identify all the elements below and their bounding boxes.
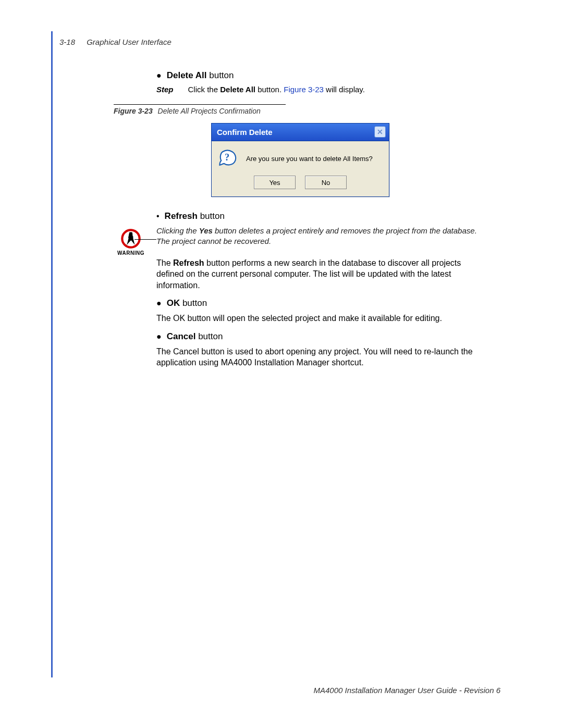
figure-link[interactable]: Figure 3-23 [284, 85, 324, 94]
warning-connector-line [134, 239, 156, 240]
warning-icon-group: WARNING [113, 228, 149, 256]
dialog-message: Are you sure you want to delete All Item… [246, 155, 373, 163]
bullet-dot-icon: • [156, 212, 160, 220]
delete-all-suffix: button [207, 70, 234, 80]
confirm-delete-dialog: Confirm Delete ✕ ? Are you sure you want… [211, 123, 389, 197]
step-text: Click the Delete All button. Figure 3-23… [188, 85, 365, 94]
bullet-dot-icon: ● [156, 71, 162, 80]
bullet-ok: ● OK button [156, 298, 490, 309]
no-button[interactable]: No [305, 176, 347, 189]
ok-label: OK [167, 298, 180, 308]
dialog-body: ? Are you sure you want to delete All It… [212, 141, 389, 172]
page-header: 3-18 Graphical User Interface [59, 38, 172, 46]
bullet-dot-icon: ● [156, 299, 162, 307]
dialog-title-text: Confirm Delete [217, 128, 273, 137]
close-icon: ✕ [377, 128, 383, 135]
dialog-titlebar: Confirm Delete ✕ [212, 124, 389, 141]
yes-button[interactable]: Yes [254, 176, 296, 189]
dialog-button-row: Yes No [212, 172, 389, 196]
confirm-delete-dialog-wrap: Confirm Delete ✕ ? Are you sure you want… [211, 123, 389, 197]
figure-caption-text: Delete All Projects Confirmation [158, 107, 261, 115]
page-footer: MA4000 Installation Manager User Guide -… [313, 686, 500, 695]
delete-all-section: ● Delete All button Step Click the Delet… [156, 70, 500, 102]
step-row: Step Click the Delete All button. Figure… [156, 85, 500, 94]
figure-caption: Figure 3-23 Delete All Projects Confirma… [114, 107, 291, 115]
ok-suffix: button [180, 298, 207, 308]
close-button[interactable]: ✕ [374, 126, 386, 138]
step-label: Step [156, 85, 174, 94]
cancel-label: Cancel [167, 331, 196, 341]
delete-all-label: Delete All [167, 70, 207, 80]
warning-icon [120, 228, 141, 249]
page-number: 3-18 [59, 38, 75, 46]
svg-text:?: ? [225, 152, 229, 163]
figure-caption-area: Figure 3-23 Delete All Projects Confirma… [114, 104, 291, 115]
margin-rule [51, 31, 53, 677]
question-icon: ? [219, 150, 237, 167]
cancel-paragraph: The Cancel button is used to abort openi… [156, 346, 490, 368]
ok-paragraph: The OK button will open the selected pro… [156, 313, 490, 324]
warning-label: WARNING [113, 250, 149, 256]
cancel-suffix: button [195, 331, 223, 341]
refresh-label: Refresh [165, 211, 198, 221]
post-dialog-section: • Refresh button Clicking the Yes button… [156, 211, 490, 376]
document-page: 3-18 Graphical User Interface ● Delete A… [0, 0, 563, 728]
refresh-paragraph: The Refresh button performs a new search… [156, 257, 490, 291]
bullet-delete-all: ● Delete All button [156, 70, 500, 81]
bullet-dot-icon: ● [156, 332, 162, 341]
refresh-suffix: button [198, 211, 225, 221]
warning-text: Clicking the Yes button deletes a projec… [156, 226, 490, 247]
bullet-cancel: ● Cancel button [156, 331, 490, 342]
figure-rule [114, 104, 286, 105]
figure-number: Figure 3-23 [114, 107, 153, 115]
bullet-refresh: • Refresh button [156, 211, 490, 221]
section-title: Graphical User Interface [87, 38, 172, 46]
